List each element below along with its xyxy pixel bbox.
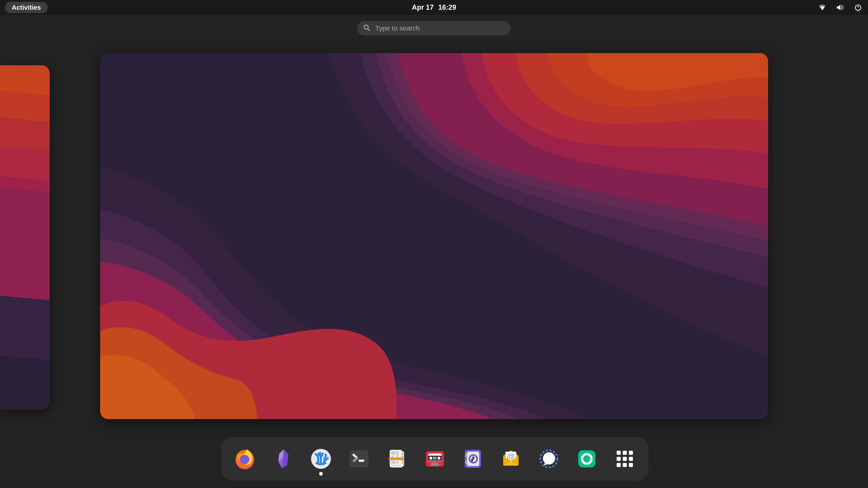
running-indicator-dot [319, 472, 323, 476]
mail-icon: @ [500, 448, 522, 470]
dock-item-mail[interactable]: @ [500, 448, 522, 470]
power-icon [854, 3, 862, 11]
dock-item-cassette[interactable] [424, 448, 446, 470]
dock-item-firefox[interactable] [234, 448, 256, 470]
app-grid-button[interactable] [614, 448, 636, 470]
signal-icon [538, 448, 560, 470]
clock-date: Apr 17 [412, 3, 434, 11]
volume-icon [836, 3, 844, 11]
firefox-icon [234, 448, 256, 470]
dock-item-coral[interactable] [310, 448, 332, 470]
app-grid-icon [614, 448, 636, 470]
dock-item-password-safe[interactable] [462, 448, 484, 470]
dock-item-news[interactable]: NEWS [386, 448, 408, 470]
coral-icon [310, 448, 332, 470]
activities-button[interactable]: Activities [5, 2, 48, 13]
workspace-preview-previous[interactable] [0, 65, 50, 410]
system-status-area[interactable] [818, 0, 862, 15]
wallpaper-main [100, 53, 768, 419]
news-icon: NEWS [386, 448, 408, 470]
top-bar: Activities Apr 17 16:29 [0, 0, 868, 15]
obsidian-icon [272, 448, 294, 470]
clock-button[interactable]: Apr 17 16:29 [412, 0, 456, 15]
terminal-icon [348, 448, 370, 470]
wifi-icon [818, 3, 827, 11]
dock-item-obsidian[interactable] [272, 448, 294, 470]
dock-item-element[interactable] [576, 448, 598, 470]
search-input[interactable] [375, 24, 504, 32]
search-bar[interactable] [357, 21, 510, 35]
clock-time: 16:29 [438, 3, 456, 11]
dash-dock: NEWS @ [221, 437, 648, 481]
dock-item-signal[interactable] [538, 448, 560, 470]
dock-item-terminal[interactable] [348, 448, 370, 470]
password-safe-icon [462, 448, 484, 470]
search-icon [363, 24, 371, 33]
wallpaper-left [0, 65, 50, 410]
cassette-icon [424, 448, 446, 470]
element-icon [576, 448, 598, 470]
workspace-preview-current[interactable] [100, 53, 768, 419]
